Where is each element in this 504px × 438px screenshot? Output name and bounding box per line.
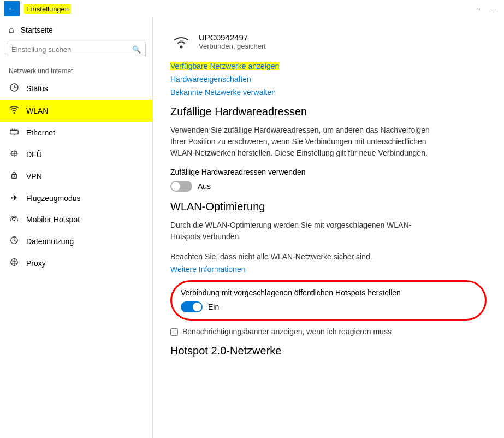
sidebar-item-label-proxy: Proxy — [26, 259, 46, 268]
svg-point-12 — [14, 175, 15, 177]
ethernet-icon — [9, 127, 20, 138]
section1-toggle-label: Zufällige Hardwareadressen verwenden — [170, 168, 487, 176]
notification-checkbox-label: Benachrichtigungsbanner anzeigen, wenn i… — [182, 327, 392, 336]
sidebar: ⌂ Startseite 🔍 Netzwerk und Internet Sta… — [0, 17, 153, 438]
sidebar-item-label-wlan: WLAN — [26, 106, 48, 115]
back-button[interactable]: ← — [4, 1, 20, 16]
sidebar-item-dfu[interactable]: DFÜ — [0, 144, 152, 165]
network-info: UPC0942497 Verbunden, gesichert — [199, 33, 266, 50]
hotspot-connection-toggle[interactable] — [181, 301, 203, 312]
status-icon — [9, 82, 20, 94]
sidebar-item-wlan[interactable]: WLAN — [0, 100, 152, 122]
section2-heading: WLAN-Optimierung — [170, 200, 487, 213]
search-icon: 🔍 — [132, 45, 141, 54]
wlan-icon — [9, 105, 20, 116]
sidebar-item-datennutzung[interactable]: Datennutzung — [0, 230, 152, 252]
mobile-hotspot-icon — [9, 214, 20, 225]
link-more-info[interactable]: Weitere Informationen — [170, 265, 487, 274]
network-status-section: UPC0942497 Verbunden, gesichert — [170, 31, 487, 52]
svg-point-3 — [14, 112, 15, 114]
sidebar-item-label-datennutzung: Datennutzung — [26, 237, 74, 246]
resize-control[interactable]: ↔ — [472, 4, 485, 14]
sidebar-item-mobiler-hotspot[interactable]: Mobiler Hotspot — [0, 209, 152, 230]
sidebar-home[interactable]: ⌂ Startseite — [0, 17, 152, 43]
toggle-on-label: Ein — [208, 303, 219, 311]
app-title: Einstellungen — [24, 4, 71, 14]
svg-point-13 — [13, 220, 15, 221]
airplane-icon: ✈ — [9, 193, 20, 203]
data-usage-icon — [9, 236, 20, 247]
toggle-thumb-on — [193, 303, 201, 311]
toggle-off-label: Aus — [198, 182, 211, 191]
back-icon: ← — [8, 4, 16, 14]
hotspot-connection-label: Verbindung mit vorgeschlagenen öffentlic… — [181, 288, 476, 297]
link-available-networks[interactable]: Verfügbare Netzwerke anzeigen — [170, 62, 279, 70]
section3-heading: Hotspot 2.0-Netzwerke — [170, 345, 487, 357]
svg-rect-4 — [10, 130, 18, 134]
sidebar-item-label-hotspot: Mobiler Hotspot — [26, 215, 80, 224]
section2-description2: Beachten Sie, dass nicht alle WLAN-Netzw… — [170, 251, 432, 263]
home-label: Startseite — [21, 26, 53, 34]
link-known-networks[interactable]: Bekannte Netzwerke verwalten — [170, 88, 487, 97]
sidebar-item-label-ethernet: Ethernet — [26, 128, 55, 137]
hotspot-connection-section: Verbindung mit vorgeschlagenen öffentlic… — [170, 280, 487, 321]
toggle-thumb-off — [171, 182, 180, 191]
hotspot-toggle-row: Ein — [181, 301, 476, 312]
sidebar-item-label-status: Status — [26, 84, 48, 93]
title-bar: ← Einstellungen ↔ — — [0, 0, 504, 17]
wifi-large-icon — [170, 31, 192, 52]
notification-checkbox-row: Benachrichtigungsbanner anzeigen, wenn i… — [170, 327, 487, 336]
section1-toggle-row: Aus — [170, 181, 487, 192]
notification-checkbox[interactable] — [170, 328, 178, 336]
minimize-button[interactable]: — — [487, 4, 500, 14]
sidebar-item-flugzeugmodus[interactable]: ✈ Flugzeugmodus — [0, 187, 152, 209]
window-controls: ↔ — — [472, 4, 500, 14]
sidebar-item-label-flugzeugmodus: Flugzeugmodus — [26, 194, 81, 203]
dfu-icon — [9, 149, 20, 160]
sidebar-item-status[interactable]: Status — [0, 77, 152, 100]
section2-description1: Durch die WLAN-Optimierung werden Sie mi… — [170, 220, 432, 242]
link-hardware-properties[interactable]: Hardwareeigenschaften — [170, 75, 487, 84]
random-mac-toggle[interactable] — [170, 181, 192, 192]
section1-description: Verwenden Sie zufällige Hardwareadressen… — [170, 125, 432, 159]
search-input[interactable] — [11, 45, 132, 54]
main-content: UPC0942497 Verbunden, gesichert Verfügba… — [153, 17, 504, 438]
sidebar-search-box: 🔍 — [7, 43, 146, 56]
home-icon: ⌂ — [9, 25, 14, 35]
proxy-icon — [9, 258, 20, 269]
network-name: UPC0942497 — [199, 33, 266, 42]
vpn-icon — [9, 171, 20, 182]
sidebar-item-label-dfu: DFÜ — [26, 150, 42, 159]
section1-heading: Zufällige Hardwareadressen — [170, 105, 487, 118]
sidebar-section-title: Netzwerk und Internet — [0, 63, 152, 77]
sidebar-item-ethernet[interactable]: Ethernet — [0, 122, 152, 144]
sidebar-item-vpn[interactable]: VPN — [0, 165, 152, 187]
sidebar-item-label-vpn: VPN — [26, 172, 42, 181]
network-status-text: Verbunden, gesichert — [199, 42, 266, 50]
sidebar-item-proxy[interactable]: Proxy — [0, 252, 152, 274]
svg-point-17 — [180, 46, 183, 49]
main-layout: ⌂ Startseite 🔍 Netzwerk und Internet Sta… — [0, 17, 504, 438]
